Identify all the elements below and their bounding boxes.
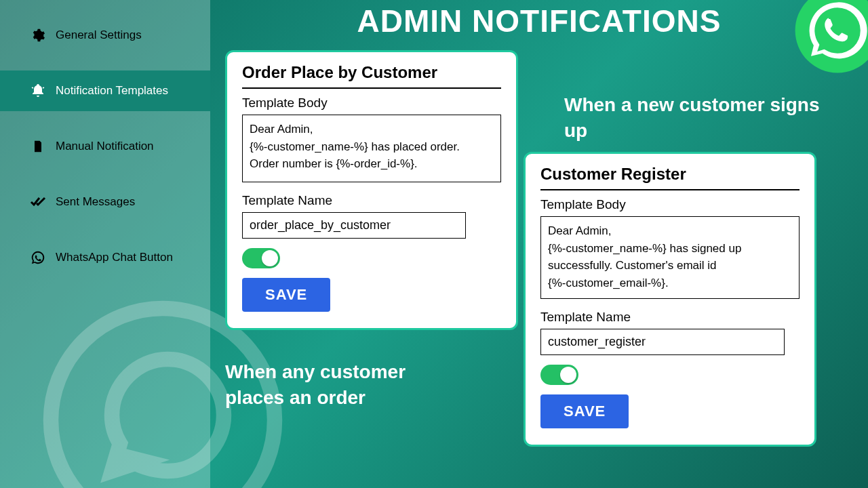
- page-title: ADMIN NOTIFICATIONS: [210, 0, 868, 39]
- enable-toggle[interactable]: [242, 248, 280, 268]
- document-icon: [30, 138, 46, 155]
- template-name-label: Template Name: [540, 310, 800, 325]
- sidebar-item-whatsapp-chat-button[interactable]: WhatsApp Chat Button: [0, 237, 210, 278]
- gear-icon: [30, 27, 46, 43]
- template-name-input[interactable]: [540, 329, 785, 355]
- card-order-place: Order Place by Customer Template Body Te…: [225, 50, 518, 330]
- sidebar-item-label: Manual Notification: [56, 140, 154, 153]
- sidebar-item-label: General Settings: [56, 28, 142, 42]
- card-title: Order Place by Customer: [242, 63, 501, 89]
- enable-toggle[interactable]: [540, 365, 578, 385]
- main-content: ADMIN NOTIFICATIONS Order Place by Custo…: [210, 0, 868, 488]
- save-button[interactable]: SAVE: [540, 394, 629, 428]
- sidebar-item-label: Sent Messages: [56, 195, 135, 209]
- template-body-input[interactable]: [242, 115, 501, 182]
- card-title: Customer Register: [540, 165, 800, 190]
- template-body-input[interactable]: [540, 216, 800, 299]
- card-customer-register: Customer Register Template Body Template…: [524, 152, 816, 447]
- sidebar-item-sent-messages[interactable]: Sent Messages: [0, 182, 210, 222]
- caption-order: When any customer places an order: [225, 359, 469, 411]
- double-check-icon: [30, 194, 46, 210]
- template-name-input[interactable]: [242, 212, 466, 239]
- sidebar-item-general-settings[interactable]: General Settings: [0, 15, 210, 56]
- template-body-label: Template Body: [540, 197, 800, 212]
- sidebar: General Settings Notification Templates …: [0, 0, 210, 488]
- bell-icon: [30, 83, 46, 99]
- template-name-label: Template Name: [242, 193, 501, 208]
- sidebar-item-notification-templates[interactable]: Notification Templates: [0, 70, 210, 111]
- caption-register: When a new customer signs up: [564, 92, 835, 144]
- sidebar-item-label: WhatsApp Chat Button: [56, 251, 173, 264]
- sidebar-item-label: Notification Templates: [56, 84, 168, 98]
- template-body-label: Template Body: [242, 96, 501, 110]
- whatsapp-logo-corner: [793, 0, 868, 75]
- save-button[interactable]: SAVE: [242, 278, 330, 312]
- whatsapp-icon: [30, 249, 46, 266]
- sidebar-item-manual-notification[interactable]: Manual Notification: [0, 126, 210, 167]
